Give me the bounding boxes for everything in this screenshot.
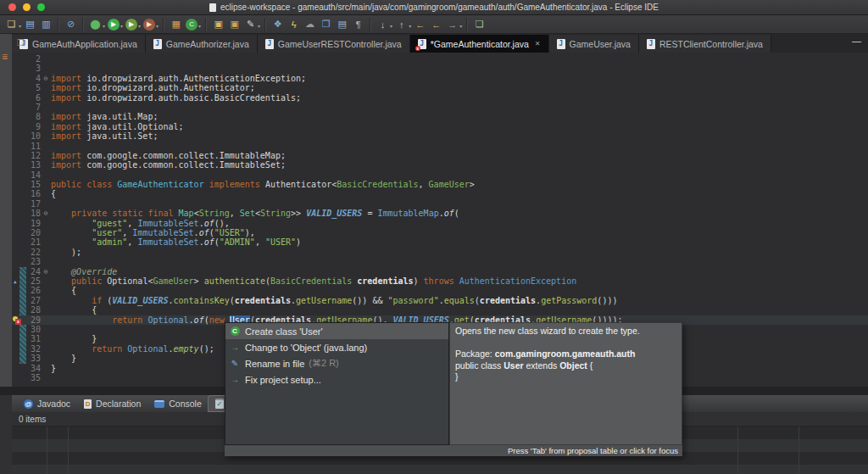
save-all-icon[interactable]: ▥: [39, 17, 53, 31]
code-token: credentials: [480, 296, 536, 305]
dropdown-arrow-icon[interactable]: ▾: [138, 23, 141, 29]
import-folder-icon[interactable]: ▣: [227, 17, 242, 31]
editor-tab-gameauthapplicationjava[interactable]: JGameAuthApplication.java: [12, 35, 146, 53]
paintbrush-icon[interactable]: ✎: [243, 17, 258, 31]
save-icon[interactable]: ▤: [23, 17, 37, 31]
code-token: AuthenticationException: [459, 276, 576, 286]
marker-column: [12, 305, 22, 315]
title-bar: eclipse-workspace - gameauth/src/main/ja…: [0, 0, 868, 15]
editor-list-icon[interactable]: ❒: [17, 38, 27, 48]
override-indicator-icon[interactable]: ▲: [14, 278, 20, 284]
new-class-icon[interactable]: C: [186, 19, 198, 31]
bottom-tab-javadoc[interactable]: @Javadoc: [17, 396, 77, 411]
new-java-project-icon[interactable]: ▦: [169, 17, 183, 31]
code-token: import: [51, 112, 81, 121]
editor-tab-restclientcontrollerjava[interactable]: JRESTClientController.java: [639, 35, 771, 53]
coverage-icon[interactable]: ▶: [125, 19, 137, 31]
code-text: "guest", ImmutableSet.of(),: [51, 219, 230, 228]
fold-marker-icon: [41, 354, 51, 363]
dropdown-arrow-icon[interactable]: ▾: [156, 23, 159, 29]
tasks-item-count: 0 items: [19, 415, 46, 424]
code-text: "user", ImmutableSet.of("USER"),: [51, 228, 255, 237]
bottom-tab-declaration[interactable]: DDeclaration: [77, 396, 147, 411]
quick-fix-error-icon[interactable]: x: [12, 316, 22, 325]
gutter: ▲25: [12, 276, 51, 286]
marker-column: [12, 334, 22, 343]
marker-column: [12, 170, 22, 180]
dropdown-arrow-icon[interactable]: ▾: [103, 23, 105, 29]
code-token: getUsername: [296, 296, 352, 305]
code-token: getPassword: [541, 296, 597, 305]
quick-fix-item[interactable]: ✎Rename in file(⌘2 R): [225, 355, 448, 371]
marker-column: [12, 209, 22, 218]
code-token: @Override: [71, 267, 117, 276]
fold-marker-icon[interactable]: ⊖: [41, 74, 51, 83]
editor-tab-gameuserjava[interactable]: JGameUser.java: [549, 35, 639, 53]
code-token: String: [199, 209, 230, 218]
run-icon[interactable]: ▶: [108, 19, 120, 31]
code-token: java.util.Set;: [81, 131, 158, 141]
code-token: ,: [127, 219, 137, 228]
editor-tab-gameauthorizerjava[interactable]: JGameAuthorizer.java: [146, 35, 258, 53]
code-token: [51, 296, 92, 305]
next-annotation-icon[interactable]: ↓: [376, 17, 390, 31]
fast-view-icon[interactable]: ≣: [2, 53, 8, 61]
open-page-icon[interactable]: ❐: [319, 17, 333, 31]
quick-fix-item[interactable]: CCreate class 'User': [225, 323, 448, 339]
bottom-tab-console[interactable]: Console: [147, 396, 209, 411]
line-number: 16: [22, 189, 41, 198]
open-new-view-icon[interactable]: ❏: [472, 17, 487, 31]
last-edit-icon[interactable]: ←: [413, 17, 427, 31]
line-number: 23: [22, 257, 41, 266]
code-token: BasicCredentials: [337, 180, 418, 189]
quick-fix-item[interactable]: →Change to 'Object' (java.lang): [225, 339, 448, 355]
dropdown-arrow-icon[interactable]: ▾: [120, 23, 123, 29]
dropdown-arrow-icon[interactable]: ▾: [258, 23, 260, 29]
code-line: 22 );: [12, 248, 868, 257]
fold-marker-icon: [41, 305, 51, 315]
dropdown-arrow-icon[interactable]: ▾: [390, 23, 392, 29]
debug-icon[interactable]: ⬤: [88, 17, 103, 31]
cloud-icon[interactable]: ☁: [303, 17, 317, 31]
external-run-icon[interactable]: ▶: [143, 19, 155, 31]
pilcrow-icon[interactable]: ¶: [351, 17, 365, 31]
code-token: import: [51, 151, 81, 160]
dropdown-arrow-icon[interactable]: ▾: [19, 23, 21, 29]
line-number: 21: [22, 237, 41, 247]
dropdown-arrow-icon[interactable]: ▾: [459, 23, 462, 29]
new-wizard-icon[interactable]: ❏: [4, 17, 19, 31]
marker-column: [12, 64, 22, 73]
code-line: 2: [12, 54, 868, 64]
close-tab-icon[interactable]: ✕: [535, 40, 541, 47]
prev-annotation-icon[interactable]: ↑: [394, 17, 409, 31]
fold-marker-icon: [41, 344, 51, 354]
code-token: "USER": [214, 228, 245, 237]
highlighter-icon[interactable]: ϟ: [287, 17, 301, 31]
code-token: of: [444, 209, 454, 218]
code-token: empty: [174, 344, 199, 354]
fold-marker-icon[interactable]: ⊖: [41, 267, 51, 276]
marker-column: [12, 142, 22, 151]
dropdown-arrow-icon[interactable]: ▾: [198, 23, 201, 29]
code-token: "USER": [265, 237, 296, 247]
rename-icon: ✎: [229, 359, 241, 369]
code-text: return Optional.empty();: [51, 344, 214, 354]
code-token: }: [51, 364, 56, 373]
code-line: 7: [12, 103, 868, 112]
quick-fix-item[interactable]: →Fix project setup...: [225, 371, 448, 388]
code-text: import com.google.common.collect.Immutab…: [51, 160, 286, 170]
editor-tab-gameauthenticatorjava[interactable]: Jx*GameAuthenticator.java✕: [410, 35, 549, 53]
skip-breakpoints-icon[interactable]: ⊘: [64, 17, 78, 31]
forward-icon[interactable]: →: [445, 17, 459, 31]
line-number: 34: [22, 364, 41, 373]
dropdown-arrow-icon[interactable]: ▾: [409, 23, 411, 29]
back-icon[interactable]: ←: [429, 17, 443, 31]
bottom-tab-label: Declaration: [96, 399, 141, 409]
marker-column: [12, 228, 22, 237]
open-folder-icon[interactable]: ▣: [211, 17, 225, 31]
fold-marker-icon[interactable]: ⊖: [41, 209, 51, 218]
web-service-icon[interactable]: ❖: [270, 17, 285, 31]
minimize-editor-icon[interactable]: —: [852, 36, 861, 46]
console-list-icon[interactable]: ▤: [335, 17, 349, 31]
editor-tab-gameuserrestcontrollerjava[interactable]: JGameUserRESTController.java: [258, 35, 410, 53]
